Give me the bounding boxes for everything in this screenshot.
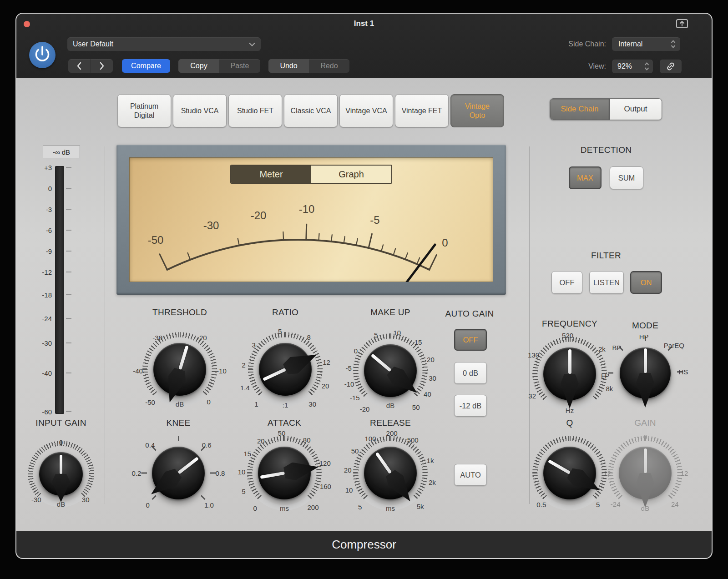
- model-tab-studio-fet[interactable]: Studio FET: [228, 94, 282, 127]
- gr-scale-label: +3: [25, 164, 52, 171]
- scale-label: 200: [386, 429, 398, 437]
- popout-icon[interactable]: [675, 18, 689, 29]
- unit-label: dB: [386, 402, 394, 409]
- side-chain-select[interactable]: Internal: [612, 37, 680, 51]
- gr-tick: [66, 373, 71, 373]
- scale-label: 24: [671, 500, 679, 508]
- scale-label: 130: [528, 351, 539, 358]
- scale-label: 200: [307, 503, 318, 511]
- scale-label: 50: [412, 403, 420, 411]
- input-gain-knob[interactable]: 0 -30 30 dB: [22, 435, 100, 513]
- scale-label: -50: [145, 398, 155, 406]
- auto-release-button[interactable]: AUTO: [454, 464, 487, 486]
- model-tab-studio-vca[interactable]: Studio VCA: [173, 94, 227, 127]
- model-tab-vintage-fet[interactable]: Vintage FET: [395, 94, 449, 127]
- scale-label: 1.4: [240, 383, 250, 391]
- next-preset-button[interactable]: [91, 59, 113, 73]
- model-tab-vintage-vca[interactable]: Vintage VCA: [339, 94, 393, 127]
- compare-button[interactable]: Compare: [122, 59, 170, 73]
- scale-label: 500: [407, 436, 419, 444]
- copy-paste-group: Copy Paste: [178, 59, 260, 73]
- filter-on-button[interactable]: ON: [630, 271, 662, 294]
- gr-scale-label: -30: [25, 339, 52, 347]
- view-zoom-stepper[interactable]: 92%: [612, 60, 653, 73]
- auto-gain-off-button[interactable]: OFF: [454, 329, 487, 351]
- auto-release-label: AUTO: [460, 471, 481, 479]
- paste-button[interactable]: Paste: [219, 59, 260, 73]
- scale-label: ParEQ: [664, 341, 684, 349]
- copy-label: Copy: [190, 62, 207, 70]
- frequency-title: FREQUENCY: [542, 319, 597, 329]
- output-tab[interactable]: Output: [610, 99, 662, 120]
- scale-label: LP: [601, 372, 609, 380]
- scale-label: 10: [345, 486, 353, 493]
- gr-tick: [66, 209, 71, 210]
- gr-scale-label: -24: [25, 315, 52, 322]
- scale-label: 5: [358, 503, 362, 511]
- model-tab-platinum-digital[interactable]: Platinum Digital: [117, 94, 171, 127]
- scale-label: 2k: [598, 345, 606, 352]
- redo-button[interactable]: Redo: [309, 59, 349, 73]
- plugin-window: Inst 1 User Default Compare Copy Paste U…: [16, 14, 712, 558]
- auto-gain-off-label: OFF: [463, 336, 478, 344]
- preset-dropdown[interactable]: User Default: [67, 37, 261, 51]
- filter-off-button[interactable]: OFF: [551, 271, 582, 294]
- copy-button[interactable]: Copy: [178, 59, 219, 73]
- auto-gain-minus12db-button[interactable]: -12 dB: [454, 395, 487, 417]
- sum-label: SUM: [618, 174, 635, 182]
- scale-label: 2: [242, 361, 245, 369]
- scale-label: HS: [678, 368, 688, 376]
- scale-label: 120: [319, 459, 331, 467]
- side-chain-value: Internal: [618, 40, 642, 48]
- q-knob[interactable]: 0.5 5: [524, 428, 615, 519]
- output-tab-label: Output: [624, 105, 647, 114]
- graph-tab[interactable]: Graph: [311, 166, 391, 183]
- scale-label: -40: [133, 367, 143, 375]
- side-chain-label: Side Chain:: [517, 40, 606, 48]
- scale-label: 5: [242, 487, 245, 495]
- model-tab-label: Studio FET: [237, 106, 273, 116]
- scale-label: 30: [429, 374, 436, 382]
- attack-knob[interactable]: 50 20 80 15 120 10 160 5 200 0 ms: [239, 428, 330, 519]
- detection-sum-button[interactable]: SUM: [610, 166, 643, 189]
- scale-label: 40: [424, 390, 431, 398]
- link-button[interactable]: [660, 60, 682, 73]
- bypass-power-button[interactable]: [29, 42, 56, 68]
- knob-pointer: [568, 349, 571, 374]
- unit-label: :1: [283, 401, 288, 409]
- makeup-knob[interactable]: 5 10 0 15 -5 20 -10 30 -15 40 -20 50 dB: [345, 325, 436, 416]
- power-icon: [29, 42, 56, 68]
- prev-preset-button[interactable]: [68, 59, 91, 73]
- detection-max-button[interactable]: MAX: [569, 166, 602, 189]
- meter-graph-toggle: Meter Graph: [230, 165, 392, 184]
- ratio-knob[interactable]: 5 3 8 2 12 1.4 20 1 30 :1: [240, 324, 331, 415]
- compare-label: Compare: [131, 62, 161, 70]
- meter-tab[interactable]: Meter: [231, 166, 311, 183]
- scale-label: 0: [59, 438, 63, 446]
- gr-tick: [66, 294, 71, 295]
- release-knob[interactable]: 100 200 500 50 1k 20 2k 10 5k 5 ms: [345, 428, 436, 519]
- auto-gain-0db-button[interactable]: 0 dB: [454, 362, 487, 384]
- scale-label: 50: [351, 447, 359, 455]
- filter-off-label: OFF: [560, 278, 575, 287]
- plugin-name-bar: Compressor: [16, 531, 712, 558]
- scale-label: -24: [611, 500, 621, 508]
- model-tab-label: Studio VCA: [181, 106, 219, 116]
- auto-gain-minus12db-label: -12 dB: [460, 402, 482, 410]
- side-chain-tab[interactable]: Side Chain: [550, 99, 610, 120]
- scale-label: 0: [207, 398, 210, 405]
- scale-label: 30: [308, 400, 316, 408]
- filter-title: FILTER: [591, 251, 621, 261]
- model-tab-vintage-opto[interactable]: Vintage Opto: [450, 94, 504, 127]
- scale-label: 10: [238, 468, 246, 475]
- scale-label: 0: [643, 433, 647, 441]
- threshold-knob[interactable]: -30 -20 -40 -10 -50 0 dB: [134, 324, 225, 415]
- attack-title: ATTACK: [268, 418, 301, 428]
- mode-knob[interactable]: HP BP ParEQ LP HS: [600, 327, 691, 418]
- filter-listen-button[interactable]: LISTEN: [589, 271, 624, 294]
- model-tab-classic-vca[interactable]: Classic VCA: [284, 94, 338, 127]
- scale-label: 3: [252, 341, 256, 348]
- knob-pointer: [644, 448, 647, 473]
- knee-knob[interactable]: 0.4 0.6 0.2 0.8 0 1.0: [133, 428, 224, 519]
- undo-button[interactable]: Undo: [268, 59, 309, 73]
